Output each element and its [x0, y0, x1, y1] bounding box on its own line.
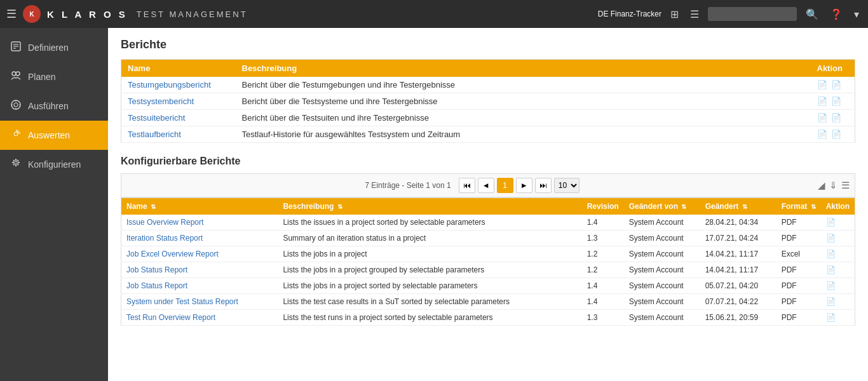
konfig-name-cell: Test Run Overview Report [121, 310, 278, 326]
konfig-name-cell: Iteration Status Report [121, 231, 278, 246]
page-prev-btn[interactable]: ◄ [478, 178, 494, 193]
geaendert-von-sort-icon[interactable]: ⇅ [681, 203, 686, 210]
geaendert-sort-icon[interactable]: ⇅ [742, 203, 747, 210]
berichte-table: Name Beschreibung Aktion Testumgebungsbe… [121, 59, 855, 143]
search-icon[interactable]: 🔍 [803, 7, 821, 22]
konfig-revision-cell: 1.4 [582, 294, 624, 310]
konfig-name-link[interactable]: System under Test Status Report [126, 297, 238, 306]
pdf-icon[interactable]: 📄 [817, 113, 827, 123]
konfig-name-link[interactable]: Job Status Report [126, 265, 187, 274]
report-name-cell: Testumgebungsbericht [121, 77, 236, 93]
page-next-btn[interactable]: ► [516, 178, 532, 193]
konfig-col-geaendert-von: Geändert von ⇅ [624, 198, 700, 215]
konfig-geaendert-von-cell: System Account [624, 278, 700, 294]
sidebar-item-planen[interactable]: Planen [0, 62, 108, 91]
report-name-link[interactable]: Testsuitebericht [128, 113, 185, 123]
hamburger-menu-icon[interactable]: ☰ [6, 7, 17, 21]
sidebar-item-konfigurieren[interactable]: Konfigurieren [0, 150, 108, 179]
konfig-download-icon[interactable]: 📄 [826, 265, 836, 274]
sidebar-item-label-auswerten: Auswerten [28, 130, 70, 140]
pdf-icon[interactable]: 📄 [817, 80, 827, 90]
berichte-title: Berichte [121, 38, 855, 51]
per-page-select[interactable]: 10 25 50 [554, 178, 580, 193]
konfig-geaendert-cell: 07.07.21, 04:22 [700, 294, 776, 310]
konfig-name-link[interactable]: Test Run Overview Report [126, 313, 215, 322]
download-report-icon[interactable]: 📄 [831, 113, 841, 123]
page-first-btn[interactable]: ⏮ [459, 178, 475, 193]
download-report-icon[interactable]: 📄 [831, 130, 841, 139]
format-sort-icon[interactable]: ⇅ [811, 203, 816, 210]
page-1-btn[interactable]: 1 [497, 178, 513, 193]
logo: K [23, 5, 41, 23]
page-last-btn[interactable]: ⏭ [535, 178, 552, 193]
konfig-format-cell: Excel [776, 246, 821, 262]
konfig-desc-cell: Lists the jobs in a project [278, 246, 581, 262]
konfig-name-link[interactable]: Job Excel Overview Report [126, 250, 219, 258]
grid-view-icon[interactable]: ⊞ [668, 7, 681, 22]
konfig-desc-cell: Lists the test case results in a SuT sor… [278, 294, 581, 310]
report-name-link[interactable]: Testumgebungsbericht [128, 80, 211, 90]
svg-point-6 [12, 72, 16, 76]
table-row: Issue Overview Report Lists the issues i… [121, 215, 855, 231]
report-name-link[interactable]: Testlaufbericht [128, 130, 181, 139]
beschreibung-sort-icon[interactable]: ⇅ [337, 203, 342, 210]
table-row: Testsuitebericht Bericht über die Testsu… [121, 110, 855, 126]
konfigurieren-icon [10, 157, 22, 171]
search-input[interactable] [708, 7, 797, 21]
sidebar: Definieren Planen [0, 28, 108, 381]
konfig-col-aktion: Aktion [821, 198, 855, 215]
pdf-icon[interactable]: 📄 [817, 97, 827, 106]
svg-point-9 [14, 103, 18, 107]
konfig-download-icon[interactable]: 📄 [826, 234, 836, 243]
konfig-geaendert-von-cell: System Account [624, 231, 700, 246]
konfig-format-cell: PDF [776, 215, 821, 231]
download-report-icon[interactable]: 📄 [831, 80, 841, 90]
sidebar-item-label-konfigurieren: Konfigurieren [28, 159, 81, 170]
konfig-format-cell: PDF [776, 262, 821, 278]
konfig-download-icon[interactable]: 📄 [826, 250, 836, 258]
sidebar-item-label-definieren: Definieren [28, 43, 69, 53]
sidebar-item-definieren[interactable]: Definieren [0, 33, 108, 62]
konfig-name-link[interactable]: Iteration Status Report [126, 234, 203, 243]
konfig-name-link[interactable]: Issue Overview Report [126, 218, 203, 227]
project-label: DE Finanz-Tracker [598, 10, 661, 18]
filter-icon[interactable]: ◢ [818, 180, 825, 191]
report-name-link[interactable]: Testsystembericht [128, 97, 194, 106]
konfig-name-link[interactable]: Job Status Report [126, 281, 187, 290]
konfig-desc-cell: Lists the jobs in a project sorted by se… [278, 278, 581, 294]
report-action-cell: 📄 📄 [811, 126, 855, 143]
sidebar-item-ausfuehren[interactable]: Ausführen [0, 91, 108, 121]
columns-icon[interactable]: ☰ [841, 180, 850, 191]
help-icon[interactable]: ❓ [827, 7, 845, 22]
konfig-download-icon[interactable]: 📄 [826, 218, 836, 227]
konfig-geaendert-cell: 17.07.21, 04:24 [700, 231, 776, 246]
svg-point-7 [16, 72, 20, 76]
table-row: Iteration Status Report Summary of an it… [121, 231, 855, 246]
report-name-cell: Testsystembericht [121, 93, 236, 110]
planen-icon [10, 70, 22, 84]
user-menu-icon[interactable]: ▾ [851, 7, 862, 22]
konfig-format-cell: PDF [776, 310, 821, 326]
konfig-desc-cell: Lists the issues in a project sorted by … [278, 215, 581, 231]
download-icon[interactable]: ⇓ [829, 180, 837, 191]
konfig-geaendert-von-cell: System Account [624, 294, 700, 310]
sidebar-item-auswerten[interactable]: Auswerten [0, 121, 108, 150]
konfig-action-cell: 📄 [821, 294, 855, 310]
col-beschreibung: Beschreibung [236, 60, 811, 77]
name-sort-icon[interactable]: ⇅ [151, 203, 156, 210]
konfig-geaendert-cell: 28.04.21, 04:34 [700, 215, 776, 231]
konfig-col-revision: Revision [582, 198, 624, 215]
konfig-desc-cell: Lists the jobs in a project grouped by s… [278, 262, 581, 278]
konfig-col-beschreibung: Beschreibung ⇅ [278, 198, 581, 215]
table-row: System under Test Status Report Lists th… [121, 294, 855, 310]
konfig-download-icon[interactable]: 📄 [826, 313, 836, 322]
app-subtitle: TEST MANAGEMENT [137, 10, 248, 19]
konfig-download-icon[interactable]: 📄 [826, 281, 836, 290]
table-row: Testumgebungsbericht Bericht über die Te… [121, 77, 855, 93]
report-desc-cell: Bericht über die Testsysteme und ihre Te… [236, 93, 811, 110]
pdf-icon[interactable]: 📄 [817, 130, 827, 139]
list-view-icon[interactable]: ☰ [688, 7, 702, 22]
konfig-download-icon[interactable]: 📄 [826, 297, 836, 306]
download-report-icon[interactable]: 📄 [831, 97, 841, 106]
table-row: Job Excel Overview Report Lists the jobs… [121, 246, 855, 262]
